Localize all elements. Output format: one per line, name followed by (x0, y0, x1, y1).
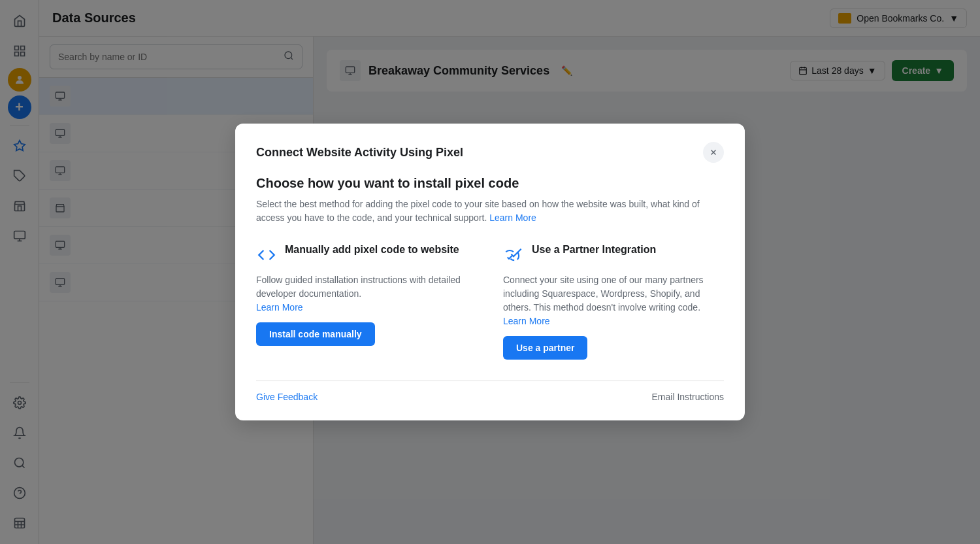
option1-learn-more-link[interactable]: Learn More (256, 302, 303, 313)
install-code-manually-button[interactable]: Install code manually (256, 322, 375, 346)
modal-overlay: Connect Website Activity Using Pixel Cho… (0, 0, 980, 544)
option1-header: Manually add pixel code to website (256, 243, 477, 265)
code-icon (256, 245, 277, 265)
modal-footer: Give Feedback Email Instructions (256, 381, 724, 402)
email-instructions-link[interactable]: Email Instructions (652, 392, 724, 402)
give-feedback-link[interactable]: Give Feedback (256, 392, 318, 402)
modal-header-title: Connect Website Activity Using Pixel (256, 146, 463, 160)
modal-dialog: Connect Website Activity Using Pixel Cho… (235, 124, 745, 420)
modal-close-button[interactable] (703, 142, 724, 163)
modal-desc-learn-more-link[interactable]: Learn More (489, 212, 536, 223)
option2-learn-more-link[interactable]: Learn More (503, 316, 550, 326)
modal-option-manual: Manually add pixel code to website Follo… (256, 243, 477, 360)
modal-header: Connect Website Activity Using Pixel (256, 142, 724, 163)
option2-title: Use a Partner Integration (532, 243, 656, 257)
option1-desc: Follow guided installation instructions … (256, 273, 477, 314)
option2-header: Use a Partner Integration (503, 243, 724, 265)
handshake-icon (503, 245, 524, 265)
use-a-partner-button[interactable]: Use a partner (503, 336, 587, 360)
option1-title: Manually add pixel code to website (285, 243, 459, 257)
modal-option-partner: Use a Partner Integration Connect your s… (503, 243, 724, 360)
option2-desc: Connect your site using one of our many … (503, 273, 724, 328)
modal-main-title: Choose how you want to install pixel cod… (256, 176, 724, 191)
modal-description: Select the best method for adding the pi… (256, 197, 724, 225)
modal-body: Choose how you want to install pixel cod… (256, 176, 724, 360)
modal-options: Manually add pixel code to website Follo… (256, 243, 724, 360)
